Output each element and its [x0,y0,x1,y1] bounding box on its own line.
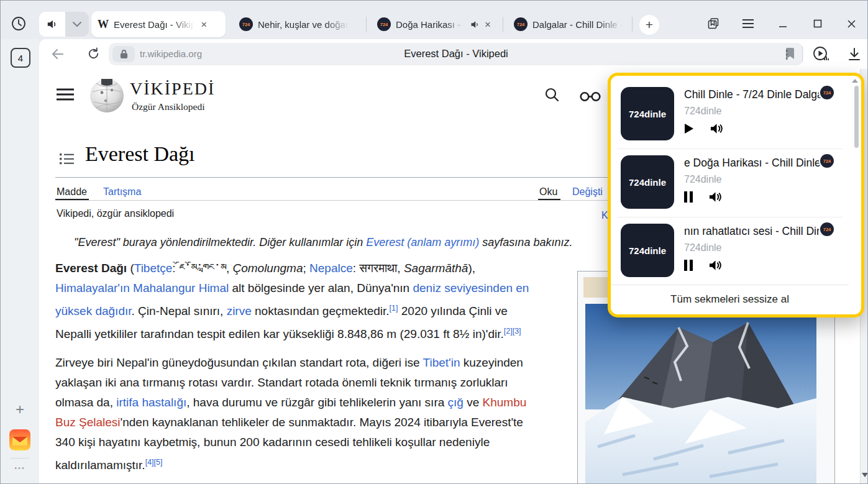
wiki-search-button[interactable] [544,87,560,103]
pause-button[interactable] [684,191,693,203]
glasses-icon [579,91,601,102]
reload-icon [86,47,101,61]
contents-list-icon [60,153,74,165]
stream-subtitle: 724dinle [684,174,722,185]
tab-everest[interactable]: W Everest Dağı - Vikip × [91,11,226,37]
close-icon [847,19,856,29]
site-subtitle: Vikipedi, özgür ansiklopedi [57,208,174,219]
tab-audio-icon[interactable] [470,20,480,29]
724dinle-favicon: 724 [239,17,253,31]
speaker-icon [709,260,722,271]
sidebar-divider [11,458,29,459]
wikipedia-favicon: W [98,18,109,31]
stream-title: Chill Dinle - 7/24 Dinle Dalgala [684,88,832,101]
title-divider [55,177,652,178]
minimize-button[interactable] [775,16,791,32]
download-button[interactable] [847,47,862,62]
browser-menu-button[interactable] [740,16,756,32]
paragraph-1: Everest Dağı (Tibetçe: ཇོ་མོ་གླང་མ, Çomo… [55,258,655,345]
audio-tab-item[interactable]: 724dinle nın rahatlatıcı sesi - Chill Di… [611,217,849,282]
popup-scrollbar-thumb[interactable] [854,86,859,148]
wiki-logo-title: VİKİPEDİ [130,79,215,99]
clock-history-icon [11,16,27,32]
wikipedia-logo[interactable] [89,77,125,113]
tab-oku[interactable]: Oku [539,186,557,198]
back-icon [50,47,65,62]
pause-icon [684,191,693,203]
everest-photo[interactable] [585,304,816,484]
left-sidebar: 4 + ••• [1,39,39,484]
tab-doga-harikasi[interactable]: 724 Doğa Harikası - C × [371,11,499,37]
sidebar-more-button[interactable]: ••• [1,464,39,472]
tab-tartisma[interactable]: Tartışma [103,186,141,198]
speaker-icon [709,191,722,203]
new-tab-button[interactable]: + [639,15,659,35]
724dinle-favicon-badge: 724 [820,154,834,168]
close-tab-icon[interactable]: × [485,19,491,30]
maximize-button[interactable] [810,16,826,32]
pause-button[interactable] [684,260,693,271]
tab-audio-control [39,12,89,37]
play-icon [684,123,694,134]
tabs-divider [55,200,652,201]
mute-button[interactable] [709,191,722,203]
panels-button[interactable] [705,16,721,32]
tab-nehir[interactable]: 724 Nehir, kuşlar ve doğan [233,11,360,37]
minimize-icon [779,19,787,28]
play-button[interactable] [684,123,694,134]
audio-tabs-popup: 724dinle Chill Dinle - 7/24 Dinle Dalgal… [608,73,864,317]
tab-title: Dalgalar - Chill Dinle - 7 [532,19,624,30]
back-button[interactable] [50,47,65,62]
wiki-main-menu-button[interactable] [57,88,74,101]
tab-strip: W Everest Dağı - Vikip × 724 Nehir, kuşl… [1,1,868,39]
stream-subtitle: 724dinle [684,242,722,253]
chevron-down-icon [73,22,81,27]
stream-title: nın rahatlatıcı sesi - Chill Dinle [684,225,832,238]
mute-tab-button[interactable] [39,12,65,37]
stream-thumbnail: 724dinle [621,224,674,277]
tab-degistir[interactable]: Değişti [572,186,603,198]
tab-separator [503,17,503,32]
history-button[interactable] [11,16,27,32]
hamburger-menu-icon [742,19,754,29]
reload-button[interactable] [86,47,101,61]
tab-title: Doğa Harikası - C [396,19,465,30]
contents-button[interactable] [60,153,74,165]
724dinle-favicon: 724 [514,17,528,31]
article-title: Everest Dağı [85,142,195,166]
tab-title: Everest Dağı - Vikip [114,19,196,30]
mute-button[interactable] [709,260,722,271]
speaker-icon [710,123,723,134]
audio-dropdown-button[interactable] [65,12,89,37]
scrollbar-down-arrow[interactable] [862,473,868,477]
tab-separator [632,17,633,32]
mute-button[interactable] [710,123,723,134]
724dinle-favicon-badge: 724 [820,222,834,236]
maximize-icon [813,19,822,28]
sidebar-add-button[interactable]: + [1,401,39,418]
tab-title: Nehir, kuşlar ve doğan [258,19,350,30]
stream-title: e Doğa Harikası - Chill Dinle - 7 [684,157,832,170]
mute-all-tabs-button[interactable]: Tüm sekmeleri sessize al [611,285,849,314]
tab-count-badge[interactable]: 4 [11,48,30,68]
tab-madde[interactable]: Madde [57,186,87,198]
close-window-button[interactable] [843,16,859,32]
wiki-appearance-button[interactable] [579,91,601,102]
audio-tab-item[interactable]: 724dinle e Doğa Harikası - Chill Dinle -… [611,149,849,214]
yandex-mail-button[interactable] [9,429,30,450]
player-button[interactable] [812,45,829,63]
tab-dalgalar[interactable]: 724 Dalgalar - Chill Dinle - 7 [508,11,631,37]
pause-icon [684,260,693,271]
tab-separator [366,17,367,32]
close-tab-icon[interactable]: × [201,19,207,30]
address-bar[interactable]: tr.wikipedia.org Everest Dağı - Vikipedi [109,43,803,65]
724dinle-favicon: 724 [377,17,391,31]
724dinle-favicon-badge: 724 [820,86,834,99]
page-title: Everest Dağı - Vikipedi [109,48,803,60]
download-icon [847,47,862,62]
speaker-icon [47,19,58,30]
audio-tab-item[interactable]: 724dinle Chill Dinle - 7/24 Dinle Dalgal… [611,81,849,145]
page-menu-button[interactable]: ⋮ [781,47,793,62]
paragraph-2: Zirveye biri Nepal'in güneydoğusundan çı… [55,353,655,475]
popup-scroll-up-arrow[interactable] [852,79,858,83]
